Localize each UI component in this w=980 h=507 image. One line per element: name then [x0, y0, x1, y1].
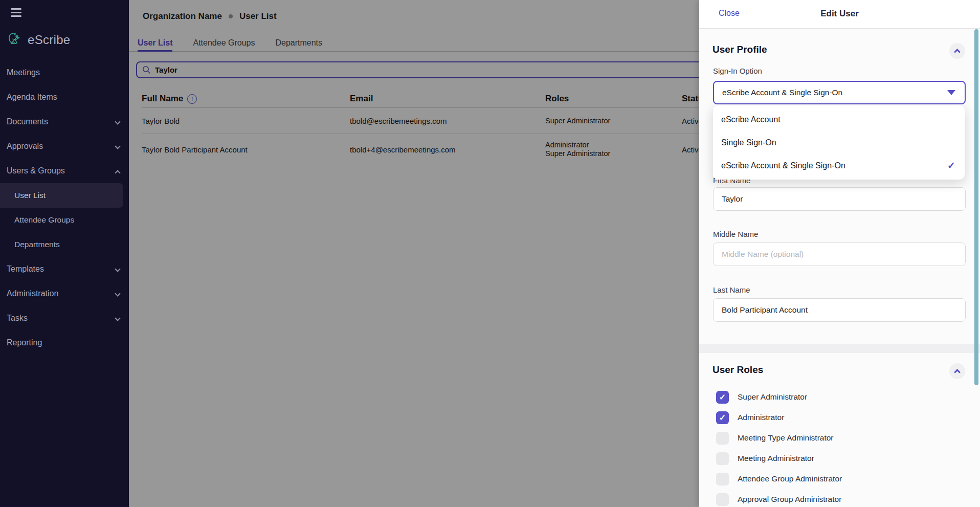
edit-user-panel: Close Edit User User Profile Sign-In Opt… — [699, 0, 980, 507]
section-heading-user-roles: User Roles — [712, 364, 763, 376]
role-label: Super Administrator — [738, 392, 807, 402]
role-row-approval-group-administrator: Approval Group Administrator — [716, 489, 962, 507]
checkbox-meeting-administrator[interactable] — [716, 452, 729, 465]
menu-item-label: Single Sign-On — [721, 138, 776, 147]
menu-item-label: eScribe Account & Single Sign-On — [721, 161, 845, 170]
chevron-down-icon — [115, 266, 120, 272]
middle-name-field[interactable] — [713, 243, 966, 266]
sidebar-item-label: Reporting — [7, 338, 42, 347]
menu-item-escribe-account[interactable]: eScribe Account — [713, 108, 965, 131]
sidebar-item-departments[interactable]: Departments — [0, 232, 129, 257]
checkbox-attendee-group-administrator[interactable] — [716, 473, 729, 486]
last-name-field[interactable] — [713, 298, 966, 322]
sidebar-item-meetings[interactable]: Meetings — [0, 60, 129, 85]
escribe-leaf-icon — [7, 32, 23, 48]
collapse-user-profile-button[interactable] — [949, 43, 965, 59]
sidebar-subitem-label: Departments — [14, 240, 60, 249]
role-row-attendee-group-administrator: Attendee Group Administrator — [716, 469, 962, 489]
sidebar-item-label: Documents — [7, 117, 48, 126]
sidebar: eScribe Meetings Agenda Items Documents … — [0, 0, 129, 507]
sidebar-item-label: Approvals — [7, 142, 43, 150]
checkbox-meeting-type-administrator[interactable] — [716, 432, 729, 445]
sidebar-item-users-groups[interactable]: Users & Groups — [0, 159, 129, 183]
sidebar-item-label: Agenda Items — [7, 93, 57, 101]
role-row-super-administrator: Super Administrator — [716, 387, 962, 407]
app-window: eScribe Meetings Agenda Items Documents … — [0, 0, 980, 507]
sign-in-option-menu: eScribe Account Single Sign-On eScribe A… — [713, 105, 965, 180]
app-logo: eScribe — [7, 32, 70, 48]
section-divider — [699, 344, 980, 353]
sidebar-item-reporting[interactable]: Reporting — [0, 330, 129, 355]
chevron-down-icon — [115, 315, 120, 321]
collapse-user-roles-button[interactable] — [949, 363, 965, 379]
checkbox-administrator[interactable] — [716, 411, 729, 424]
main-content: Organization Name User List User List At… — [129, 0, 699, 507]
sidebar-item-documents[interactable]: Documents — [0, 109, 129, 134]
last-name-label: Last Name — [713, 285, 750, 294]
sidebar-item-label: Administration — [7, 289, 58, 298]
sign-in-option-label: Sign-In Option — [713, 67, 762, 75]
sidebar-nav: Meetings Agenda Items Documents Approval… — [0, 60, 129, 355]
sidebar-item-tasks[interactable]: Tasks — [0, 306, 129, 330]
menu-item-escribe-and-sso[interactable]: eScribe Account & Single Sign-On — [713, 154, 965, 177]
dropdown-arrow-icon — [947, 90, 955, 95]
role-label: Meeting Type Administrator — [738, 433, 834, 443]
sidebar-item-templates[interactable]: Templates — [0, 257, 129, 281]
first-name-field[interactable] — [713, 187, 966, 211]
sidebar-item-label: Tasks — [7, 314, 28, 322]
sidebar-item-administration[interactable]: Administration — [0, 281, 129, 306]
menu-item-label: eScribe Account — [721, 115, 781, 124]
role-label: Administrator — [738, 413, 784, 422]
sidebar-item-label: Users & Groups — [7, 166, 65, 175]
checkbox-approval-group-administrator[interactable] — [716, 493, 729, 506]
logo-text: eScribe — [28, 33, 70, 47]
chevron-up-icon — [954, 49, 961, 55]
modal-overlay[interactable] — [129, 0, 699, 507]
sign-in-option-value: eScribe Account & Single Sign-On — [722, 88, 842, 97]
panel-scrollbar-thumb[interactable] — [974, 29, 978, 385]
panel-title: Edit User — [699, 9, 980, 19]
hamburger-menu-icon[interactable] — [11, 8, 24, 19]
chevron-up-icon — [115, 170, 120, 175]
middle-name-label: Middle Name — [713, 230, 758, 238]
chevron-down-icon — [115, 291, 120, 296]
role-row-meeting-type-administrator: Meeting Type Administrator — [716, 428, 962, 448]
sidebar-item-attendee-groups[interactable]: Attendee Groups — [0, 208, 129, 232]
sidebar-item-approvals[interactable]: Approvals — [0, 134, 129, 159]
role-row-administrator: Administrator — [716, 407, 962, 428]
menu-item-single-sign-on[interactable]: Single Sign-On — [713, 131, 965, 154]
sign-in-option-select[interactable]: eScribe Account & Single Sign-On — [713, 81, 966, 104]
chevron-down-icon — [115, 143, 120, 149]
sidebar-subitem-label: User List — [14, 191, 46, 200]
role-label: Attendee Group Administrator — [738, 474, 842, 483]
checkbox-super-administrator[interactable] — [716, 391, 729, 404]
panel-header: Close Edit User — [699, 0, 980, 29]
role-row-meeting-administrator: Meeting Administrator — [716, 448, 962, 469]
sidebar-item-label: Templates — [7, 264, 44, 273]
sidebar-subitem-label: Attendee Groups — [14, 215, 74, 224]
chevron-up-icon — [954, 369, 961, 376]
sidebar-item-label: Meetings — [7, 68, 40, 77]
sidebar-item-agenda-items[interactable]: Agenda Items — [0, 85, 129, 109]
sidebar-item-user-list[interactable]: User List — [0, 183, 123, 208]
role-label: Approval Group Administrator — [738, 495, 841, 504]
checkmark-icon — [947, 160, 955, 171]
role-label: Meeting Administrator — [738, 454, 814, 463]
section-heading-user-profile: User Profile — [712, 44, 767, 55]
chevron-down-icon — [115, 119, 120, 124]
close-button[interactable]: Close — [719, 9, 740, 18]
